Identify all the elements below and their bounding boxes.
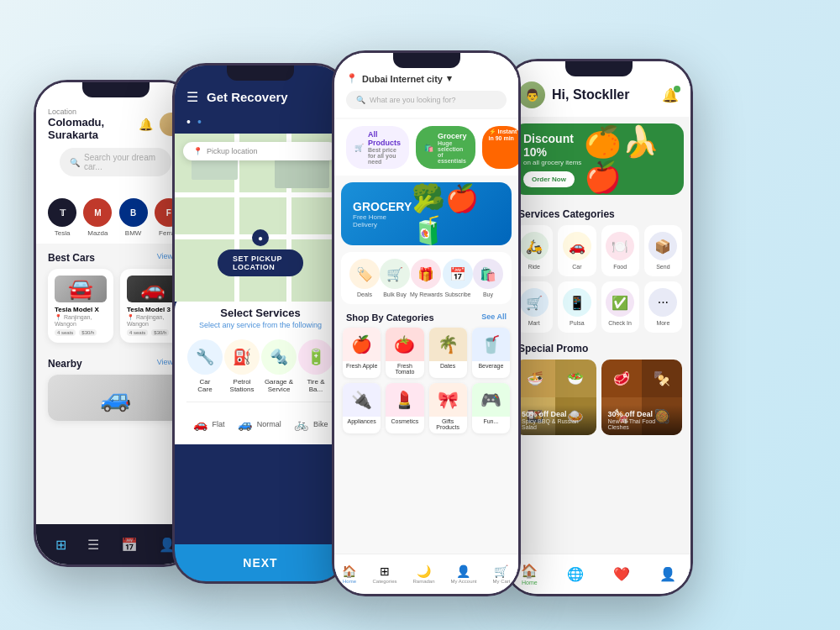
location-row: 📍 Dubai Internet city ▾ (346, 73, 507, 84)
set-pickup-marker: ● SET PICKUP LOCATION (218, 229, 303, 276)
nav3-home-label: Home (343, 579, 356, 584)
mart-label: Mart (528, 320, 540, 326)
cat-deals[interactable]: 🏷️ Deals (349, 259, 380, 297)
nav4-wishlist[interactable]: ❤️ (613, 566, 630, 583)
order-now-button[interactable]: Order Now (523, 171, 575, 187)
send-label: Send (656, 264, 669, 270)
bmw-logo: B (119, 198, 148, 227)
product-tabs: 🛒 All Products Best price for all you ne… (334, 119, 518, 176)
shopping-search[interactable]: 🔍 What are you looking for? (346, 91, 507, 109)
service-car-care[interactable]: 🔧 CarCare (187, 339, 223, 393)
phone3-notch (393, 53, 460, 68)
brand-tesla[interactable]: 𝕋 Tesla (48, 198, 76, 237)
bike-mode[interactable]: 🚲 Bike (294, 417, 328, 431)
cat-rewards[interactable]: 🎁 My Rewards (410, 259, 443, 297)
tesla-label: Tesla (55, 229, 71, 237)
service-more[interactable]: ··· More (644, 281, 682, 333)
nav4-globe[interactable]: 🌐 (567, 566, 584, 583)
deals-icon: 🏷️ (349, 259, 380, 289)
service-checkin[interactable]: ✅ Check In (601, 281, 639, 333)
car-card-1[interactable]: 🚘 Tesla Model X 📍 Ranjingan, Wangon 4 se… (48, 269, 113, 343)
service-petrol[interactable]: ⛽ PetrolStations (224, 339, 260, 393)
nav3-categories-label: Categories (372, 579, 396, 584)
flat-icon: 🚗 (193, 417, 207, 431)
nearby-car[interactable]: 🚙 (48, 375, 183, 421)
location-pin-icon: 📍 (346, 73, 358, 84)
grocery-banner[interactable]: GROCERY Free Home Delivery 🥦🍎🧃 (341, 182, 512, 245)
brand-mazda[interactable]: M Mazda (83, 198, 112, 237)
cat-bulk-buy[interactable]: 🛒 Bulk Buy (380, 259, 410, 297)
nav-calendar-icon[interactable]: 📅 (121, 537, 138, 553)
mart-icon: 🛒 (520, 288, 549, 317)
petrol-icon: ⛽ (224, 339, 260, 375)
apple-img: 🍎 (343, 328, 381, 361)
tab-all-products[interactable]: 🛒 All Products Best price for all you ne… (346, 126, 409, 169)
see-all-link[interactable]: See All (481, 312, 507, 323)
notification-bell[interactable]: 🔔 (662, 87, 679, 103)
tire-label: Tire &Ba... (307, 378, 324, 393)
garage-icon: 🔩 (261, 339, 297, 375)
nav3-account-label: My Account (450, 579, 476, 584)
search-bar[interactable]: 🔍 Search your dream car... (60, 148, 171, 176)
pickup-location-bar[interactable]: 📍 Pickup location (183, 142, 338, 160)
discount-banner: Discount 10% on all grocery items Order … (513, 123, 684, 195)
instant-badge: ⚡ Instantin 90 min (482, 126, 518, 169)
car-care-label: CarCare (197, 378, 212, 393)
nav4-home-icon: 🏠 (521, 563, 538, 579)
nav3-ramadan[interactable]: 🌙 Ramadan (412, 564, 434, 584)
normal-mode[interactable]: 🚙 Normal (238, 417, 281, 431)
product-dates[interactable]: 🌴 Dates (429, 328, 467, 378)
tire-icon: 🔋 (298, 339, 333, 375)
car-label: Car (572, 264, 581, 270)
menu-icon[interactable]: ☰ (186, 89, 198, 105)
flat-label: Flat (213, 420, 225, 428)
cat-subscribe[interactable]: 📅 Subscribe (443, 259, 473, 297)
nav4-account[interactable]: 👤 (659, 566, 676, 583)
products-grid-2: 🔌 Appliances 💄 Cosmetics 🎀 Gifts Product… (334, 378, 518, 433)
discount-content: Discount 10% on all grocery items Order … (523, 132, 584, 187)
pickup-text: Pickup location (207, 147, 258, 155)
set-pickup-button[interactable]: SET PICKUP LOCATION (218, 249, 303, 276)
bell-icon[interactable]: 🔔 (139, 118, 153, 131)
service-garage[interactable]: 🔩 Garage &Service (261, 339, 297, 393)
car-name-2: Tesla Model 3 (127, 306, 179, 313)
product-gifts[interactable]: 🎀 Gifts Products (429, 383, 467, 433)
product-beverage[interactable]: 🥤 Beverage (472, 328, 510, 378)
location-info: Location Colomadu, Surakarta (48, 108, 139, 141)
bev-name: Beverage (472, 361, 510, 372)
nav3-account[interactable]: 👤 My Account (450, 564, 476, 584)
service-food[interactable]: 🍽️ Food (601, 225, 639, 276)
tab-grocery-label: Grocery (438, 132, 467, 140)
dates-img: 🌴 (429, 328, 467, 361)
cat-buy[interactable]: 🛍️ Buy (473, 259, 503, 297)
banner-content: GROCERY Free Home Delivery (353, 200, 412, 228)
nav-menu-icon[interactable]: ☰ (87, 537, 99, 553)
categories-row: 🏷️ Deals 🛒 Bulk Buy 🎁 My Rewards 📅 Subsc… (341, 252, 512, 304)
service-pulsa[interactable]: 📱 Pulsa (558, 281, 596, 333)
nav4-home[interactable]: 🏠 Home (521, 563, 538, 585)
nav3-categories[interactable]: ⊞ Categories (372, 564, 396, 584)
flat-mode[interactable]: 🚗 Flat (193, 417, 225, 431)
tab-grocery[interactable]: 🛍️ Grocery Huge selection of essentials (416, 126, 475, 169)
promo-50off[interactable]: 🍜 🥗 🍱 🍛 50% off Deal Spicy BBQ & Russian… (515, 360, 596, 435)
best-cars-title: Best Cars (48, 252, 95, 264)
nav3-cart[interactable]: 🛒 My Cart (492, 564, 510, 584)
service-car[interactable]: 🚗 Car (558, 225, 596, 276)
nav3-home[interactable]: 🏠 Home (342, 564, 356, 584)
next-button[interactable]: NEXT (175, 544, 346, 581)
product-cosmetics[interactable]: 💄 Cosmetics (386, 383, 423, 433)
product-fresh-apple[interactable]: 🍎 Fresh Apple (343, 328, 381, 378)
brand-bmw[interactable]: B BMW (119, 198, 148, 237)
normal-icon: 🚙 (238, 417, 252, 431)
nav-home-icon[interactable]: ⊞ (55, 537, 66, 553)
pulsa-icon: 📱 (563, 288, 591, 317)
service-tire[interactable]: 🔋 Tire &Ba... (298, 339, 333, 393)
promo-50-overlay: 50% off Deal Spicy BBQ & Russian Salad (515, 405, 596, 435)
recovery-title: Get Recovery (207, 90, 288, 104)
promo-30off[interactable]: 🥩 🍢 🍖 🥘 30% off Deal New All Thai Food C… (601, 360, 683, 435)
product-appliances[interactable]: 🔌 Appliances (343, 383, 381, 433)
phone3-content: 📍 Dubai Internet city ▾ 🔍 What are you l… (334, 53, 518, 594)
product-fun[interactable]: 🎮 Fun... (472, 383, 510, 433)
product-fresh-tomato[interactable]: 🍅 Fresh Tomato (386, 328, 423, 378)
service-send[interactable]: 📦 Send (644, 225, 682, 276)
